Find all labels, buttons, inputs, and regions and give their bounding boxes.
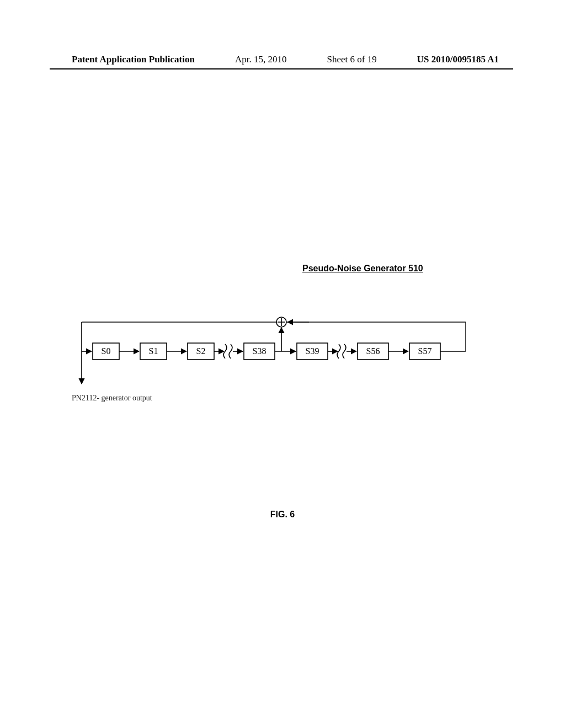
ellipsis-break [337,344,346,358]
figure-label: FIG. 6 [0,510,565,520]
lfsr-diagram: S0 S1 S2 S38 [77,317,466,389]
register-label: S1 [149,346,158,356]
page-header: Patent Application Publication Apr. 15, … [0,54,565,68]
register-label: S38 [253,346,266,356]
output-label: PN2112- generator output [72,394,152,403]
ellipsis-break [223,344,232,358]
register-label: S0 [102,346,111,356]
patent-page: Patent Application Publication Apr. 15, … [0,0,565,728]
register-label: S57 [418,346,432,356]
register-label: S2 [196,346,206,356]
header-docnum: US 2010/0095185 A1 [417,54,499,65]
header-sheet: Sheet 6 of 19 [327,54,376,65]
header-date: Apr. 15, 2010 [235,54,287,65]
register-label: S39 [306,346,319,356]
header-publication: Patent Application Publication [72,54,195,65]
lfsr-svg: S0 S1 S2 S38 [77,317,466,389]
register-label: S56 [366,346,380,356]
header-rule [50,68,513,69]
component-title: Pseudo-Noise Generator 510 [302,264,423,274]
